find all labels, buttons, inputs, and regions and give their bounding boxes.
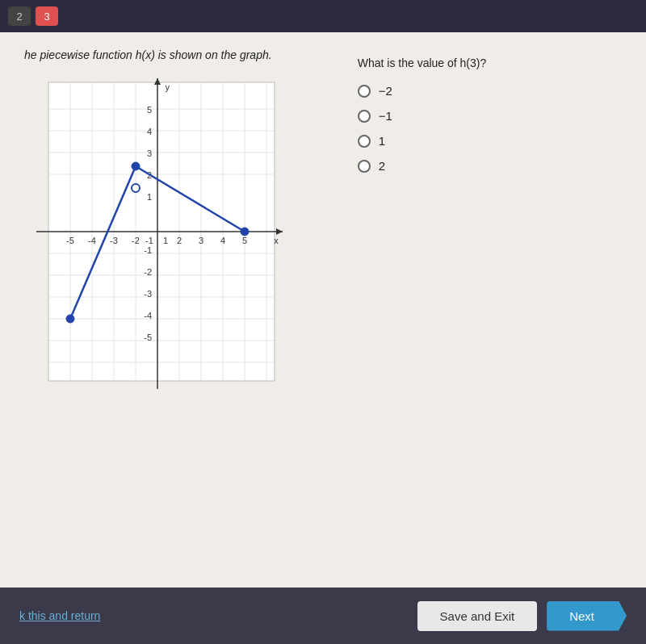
option-label-2: −1 <box>379 109 392 123</box>
svg-marker-22 <box>276 228 283 235</box>
next-button[interactable]: Next <box>547 601 627 631</box>
svg-text:5: 5 <box>242 236 247 245</box>
svg-text:3: 3 <box>199 236 203 245</box>
svg-text:-3: -3 <box>144 289 152 299</box>
option-label-3: 1 <box>379 134 385 148</box>
bottom-buttons: Save and Exit Next <box>417 601 627 631</box>
svg-text:-1: -1 <box>144 245 152 255</box>
svg-point-50 <box>132 184 140 192</box>
graph-container: -5 -4 -3 -2 -1 1 2 3 4 5 x 5 4 3 <box>24 74 291 413</box>
radio-option-3[interactable] <box>358 135 371 148</box>
svg-text:-5: -5 <box>66 236 74 245</box>
svg-text:x: x <box>274 236 279 245</box>
tab-3[interactable]: 3 <box>36 6 58 26</box>
svg-point-48 <box>66 315 74 323</box>
option-item-1[interactable]: −2 <box>358 84 622 98</box>
svg-text:-5: -5 <box>144 332 152 342</box>
question-left-text: he piecewise function h(x) is shown on t… <box>24 48 342 61</box>
top-bar: 2 3 <box>0 0 646 32</box>
main-content: he piecewise function h(x) is shown on t… <box>0 32 646 588</box>
svg-text:-2: -2 <box>132 236 140 245</box>
svg-text:1: 1 <box>163 236 168 245</box>
svg-text:-2: -2 <box>144 267 152 277</box>
svg-text:1: 1 <box>147 192 152 202</box>
radio-option-2[interactable] <box>358 110 371 123</box>
svg-text:5: 5 <box>147 105 152 115</box>
radio-option-4[interactable] <box>358 160 371 173</box>
svg-text:3: 3 <box>147 148 152 158</box>
coordinate-graph: -5 -4 -3 -2 -1 1 2 3 4 5 x 5 4 3 <box>24 74 291 413</box>
option-label-4: 2 <box>379 159 385 173</box>
option-label-1: −2 <box>379 84 392 98</box>
radio-option-1[interactable] <box>358 85 371 98</box>
svg-text:-3: -3 <box>110 236 118 245</box>
bottom-bar: k this and return Save and Exit Next <box>0 588 646 644</box>
svg-text:-1: -1 <box>145 236 153 245</box>
svg-text:y: y <box>166 82 170 92</box>
svg-point-51 <box>241 228 249 236</box>
tab-2[interactable]: 2 <box>8 6 31 26</box>
svg-marker-23 <box>154 78 161 85</box>
svg-text:2: 2 <box>177 236 182 245</box>
right-panel: What is the value of h(3)? −2 −1 1 2 <box>358 48 622 571</box>
save-exit-button[interactable]: Save and Exit <box>417 601 538 631</box>
option-item-4[interactable]: 2 <box>358 159 622 173</box>
left-panel: he piecewise function h(x) is shown on t… <box>24 48 342 571</box>
svg-text:4: 4 <box>220 236 225 245</box>
svg-text:-4: -4 <box>144 311 152 320</box>
svg-text:4: 4 <box>147 127 152 136</box>
skip-link[interactable]: k this and return <box>19 609 100 622</box>
option-item-3[interactable]: 1 <box>358 134 622 148</box>
right-question-text: What is the value of h(3)? <box>358 56 622 69</box>
svg-point-49 <box>132 162 140 170</box>
svg-text:-4: -4 <box>88 236 96 245</box>
option-item-2[interactable]: −1 <box>358 109 622 123</box>
answer-options: −2 −1 1 2 <box>358 84 622 173</box>
